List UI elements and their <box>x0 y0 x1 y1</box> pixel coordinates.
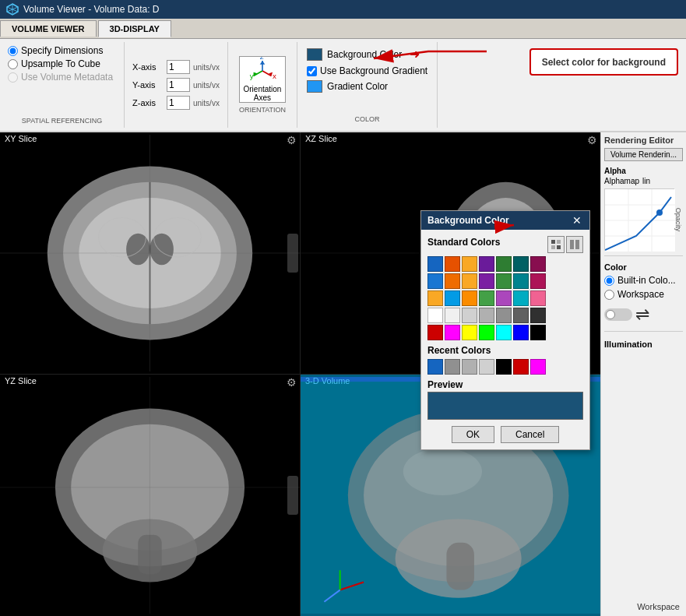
gradient-color-row[interactable]: Gradient Color <box>307 80 427 93</box>
yz-slice-scroll[interactable] <box>287 476 298 515</box>
svg-rect-52 <box>551 240 555 244</box>
xy-slice-settings-icon[interactable]: ⚙ <box>287 134 297 146</box>
color-cell[interactable] <box>427 290 443 306</box>
xy-slice-brain-svg <box>0 132 300 374</box>
color-cell[interactable] <box>513 273 529 289</box>
recent-color-cell[interactable] <box>530 359 546 375</box>
color-cell[interactable] <box>513 290 529 306</box>
color-cell[interactable] <box>513 256 529 272</box>
x-axis-input[interactable] <box>167 60 190 74</box>
title-text: Volume Viewer - Volume Data: D <box>23 4 160 15</box>
z-axis-input[interactable] <box>167 96 190 110</box>
svg-point-17 <box>126 234 150 266</box>
format-btn-custom[interactable] <box>566 236 583 253</box>
color-cell[interactable] <box>530 325 546 340</box>
orientation-axes-btn[interactable]: x y z OrientationAxes <box>239 56 286 103</box>
preview-box <box>427 392 583 420</box>
color-cell[interactable] <box>530 273 546 289</box>
ok-button[interactable]: OK <box>452 426 494 443</box>
illumination-label: Illumination <box>604 340 683 349</box>
xz-slice-settings-icon[interactable]: ⚙ <box>587 134 597 146</box>
background-color-row[interactable]: Background Color ➜ <box>307 47 427 62</box>
recent-color-cell[interactable] <box>445 359 460 375</box>
color-cell[interactable] <box>479 325 494 340</box>
color-cell[interactable] <box>427 325 443 340</box>
use-background-gradient-checkbox[interactable] <box>307 66 317 76</box>
color-cell[interactable] <box>462 325 477 340</box>
color-cell[interactable] <box>427 308 443 323</box>
workspace-row[interactable]: Workspace <box>604 289 683 300</box>
color-cell[interactable] <box>445 325 460 340</box>
color-cell[interactable] <box>513 325 529 340</box>
y-axis-unit: units/vx <box>193 81 220 90</box>
recent-color-cell[interactable] <box>496 359 512 375</box>
color-toggle[interactable] <box>604 308 632 321</box>
built-in-color-radio[interactable] <box>604 276 614 286</box>
upsample-cube-row[interactable]: Upsample To Cube <box>8 58 116 69</box>
workspace-radio[interactable] <box>604 290 614 300</box>
use-volume-metadata-radio[interactable] <box>8 72 18 83</box>
color-cell[interactable] <box>445 273 460 289</box>
color-cell[interactable] <box>445 290 460 306</box>
upsample-cube-radio[interactable] <box>8 59 18 69</box>
built-in-color-row[interactable]: Built-in Colo... <box>604 275 683 286</box>
color-cell[interactable] <box>513 308 529 323</box>
use-background-gradient-row[interactable]: Use Background Gradient <box>307 65 427 76</box>
cancel-button[interactable]: Cancel <box>501 426 559 443</box>
volume-rendering-btn[interactable]: Volume Renderin... <box>604 148 683 161</box>
dialog-title-bar: Background Color ✕ <box>421 211 589 230</box>
svg-rect-54 <box>551 245 555 249</box>
opacity-label: Opacity <box>675 208 683 232</box>
color-cell[interactable] <box>462 273 477 289</box>
toggle-knob <box>606 310 615 319</box>
standard-color-grid <box>427 256 583 340</box>
toggle-row[interactable]: ⇌ <box>604 304 683 325</box>
recent-color-cell[interactable] <box>513 359 529 375</box>
dialog-close-btn[interactable]: ✕ <box>571 214 583 227</box>
color-cell[interactable] <box>462 256 477 272</box>
tab-3d-display[interactable]: 3D-DISPLAY <box>98 20 171 37</box>
color-cell[interactable] <box>445 256 460 272</box>
svg-point-51 <box>656 209 663 216</box>
format-btn-grid[interactable] <box>547 236 565 253</box>
color-cell[interactable] <box>479 290 494 306</box>
background-color-swatch[interactable] <box>307 48 322 61</box>
annotation-box: Select color for background <box>529 48 678 76</box>
tab-volume-viewer[interactable]: VOLUME VIEWER <box>0 20 97 37</box>
color-section-label: Color <box>604 262 683 272</box>
color-cell[interactable] <box>496 325 512 340</box>
color-cell[interactable] <box>462 308 477 323</box>
color-cell[interactable] <box>496 290 512 306</box>
color-cell[interactable] <box>496 308 512 323</box>
xy-slice-viewport[interactable]: XY Slice ⚙ <box>0 132 300 374</box>
color-cell[interactable] <box>496 256 512 272</box>
specify-dimensions-radio[interactable] <box>8 46 18 56</box>
gradient-color-swatch[interactable] <box>307 80 322 93</box>
specify-dimensions-row[interactable]: Specify Dimensions <box>8 45 116 56</box>
color-cell[interactable] <box>462 290 477 306</box>
yz-slice-viewport[interactable]: YZ Slice ⚙ <box>0 375 300 616</box>
recent-color-cell[interactable] <box>427 359 443 375</box>
axes-section: X-axis units/vx Y-axis units/vx Z-axis u… <box>125 42 228 128</box>
color-cell[interactable] <box>496 273 512 289</box>
orientation-axes-label: OrientationAxes <box>244 85 282 102</box>
opacity-chart: Opacity <box>604 188 674 251</box>
background-color-dialog[interactable]: Background Color ✕ Standard Colors Rec <box>420 210 590 450</box>
use-volume-metadata-row[interactable]: Use Volume Metadata <box>8 72 116 83</box>
title-bar: Volume Viewer - Volume Data: D <box>0 0 686 19</box>
color-cell[interactable] <box>530 256 546 272</box>
color-cell[interactable] <box>445 308 460 323</box>
color-cell[interactable] <box>479 308 494 323</box>
y-axis-input[interactable] <box>167 78 190 92</box>
color-cell[interactable] <box>530 290 546 306</box>
color-section: Background Color ➜ Use Background Gradie… <box>297 42 438 128</box>
color-cell[interactable] <box>479 256 494 272</box>
recent-color-cell[interactable] <box>479 359 494 375</box>
color-cell[interactable] <box>427 256 443 272</box>
color-cell[interactable] <box>427 273 443 289</box>
yz-slice-settings-icon[interactable]: ⚙ <box>287 376 297 389</box>
xy-slice-scroll[interactable] <box>287 234 298 273</box>
color-cell[interactable] <box>530 308 546 323</box>
color-cell[interactable] <box>479 273 494 289</box>
recent-color-cell[interactable] <box>462 359 477 375</box>
